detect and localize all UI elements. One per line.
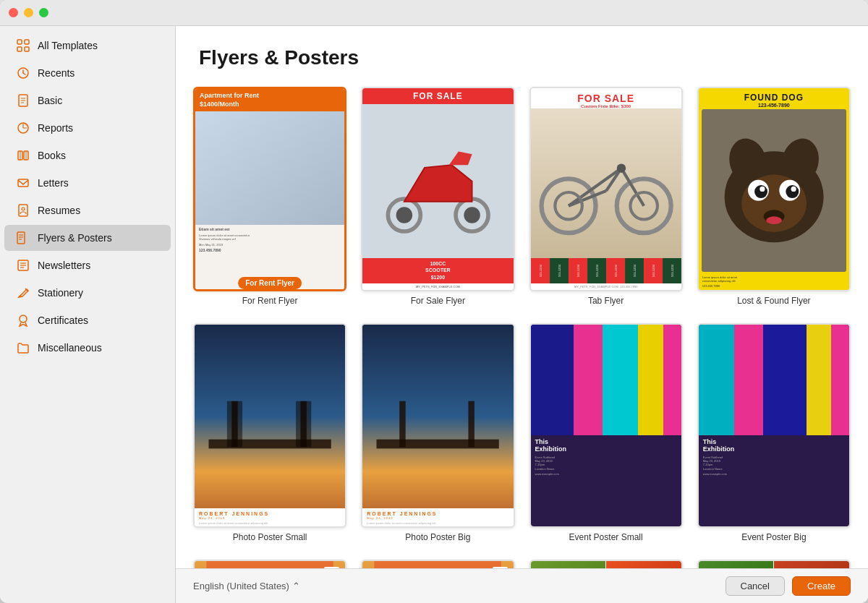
template-thumb-event-poster-big[interactable]: ThisExhibition Event Subhead May 23, 201…: [697, 323, 851, 528]
svg-point-55: [766, 217, 782, 225]
sidebar-label-books: Books: [38, 150, 66, 161]
title-bar: [0, 0, 868, 26]
reports-icon: [16, 121, 30, 135]
template-thumb-for-sale-flyer[interactable]: FOR SALE: [361, 87, 514, 291]
svg-rect-66: [206, 561, 333, 568]
language-label: English (United States): [193, 581, 289, 591]
sidebar-label-all-templates: All Templates: [38, 40, 98, 51]
content-area: Flyers & Posters Apartment for Rent$1400…: [176, 26, 868, 603]
template-thumb-science-fair-small[interactable]: Lorem Elementary Spring ScienceFair Lore…: [529, 560, 683, 568]
template-thumb-beach-party-small[interactable]: JULY 31: [193, 560, 346, 568]
template-label-event-poster-big: Event Poster Big: [741, 532, 806, 542]
sidebar-label-certificates: Certificates: [38, 315, 88, 326]
sidebar-label-recents: Recents: [38, 67, 75, 79]
cancel-button[interactable]: Cancel: [726, 576, 785, 596]
template-thumb-photo-poster-big[interactable]: ROBERT JENNINGS May 23, 2019 Lorem ipsum…: [361, 323, 514, 528]
svg-rect-63: [377, 440, 499, 449]
templates-scroll[interactable]: Apartment for Rent$1400/Month Etiam sit …: [176, 81, 868, 568]
create-button[interactable]: Create: [792, 576, 851, 596]
template-item-beach-party-small[interactable]: JULY 31: [193, 560, 346, 568]
svg-rect-60: [227, 401, 242, 447]
folder-icon: [16, 341, 30, 355]
template-item-photo-poster-big[interactable]: ROBERT JENNINGS May 23, 2019 Lorem ipsum…: [361, 323, 514, 542]
template-label-tab-flyer: Tab Flyer: [588, 296, 624, 306]
sidebar-label-miscellaneous: Miscellaneous: [38, 342, 102, 354]
sidebar-label-reports: Reports: [38, 122, 73, 134]
sidebar-label-flyers-posters: Flyers & Posters: [38, 232, 112, 244]
template-thumb-photo-poster-small[interactable]: ROBERT JENNINGS May 23, 2019 Lorem ipsum…: [193, 323, 346, 528]
template-thumb-for-rent-flyer[interactable]: Apartment for Rent$1400/Month Etiam sit …: [193, 87, 346, 291]
template-thumb-tab-flyer[interactable]: FOR SALE Custom Fixie Bike: $300: [529, 87, 683, 291]
svg-rect-64: [399, 401, 405, 447]
sidebar-item-books[interactable]: Books: [4, 142, 171, 168]
svg-point-34: [464, 207, 480, 223]
sidebar-label-newsletters: Newsletters: [38, 260, 90, 271]
sale-white-text: MY_PETS_FOR_EXAMPLE.COM: [362, 283, 513, 290]
sidebar-item-letters[interactable]: Letters: [4, 170, 171, 196]
sidebar-item-flyers-posters[interactable]: Flyers & Posters: [4, 225, 171, 251]
footer-buttons: Cancel Create: [726, 576, 851, 596]
template-item-photo-poster-small[interactable]: ROBERT JENNINGS May 23, 2019 Lorem ipsum…: [193, 323, 346, 542]
template-item-lost-found-flyer[interactable]: FOUND DOG 123-456-7890: [697, 87, 851, 306]
svg-point-53: [791, 187, 796, 192]
svg-rect-0: [17, 40, 22, 44]
svg-point-41: [616, 163, 625, 172]
close-button[interactable]: [9, 8, 18, 17]
page-title: Flyers & Posters: [199, 46, 845, 69]
template-item-tab-flyer[interactable]: FOR SALE Custom Fixie Bike: $300: [529, 87, 683, 306]
rent-header: Apartment for Rent$1400/Month: [195, 89, 344, 111]
template-item-for-sale-flyer[interactable]: FOR SALE: [361, 87, 514, 306]
sidebar-item-recents[interactable]: Recents: [4, 60, 171, 86]
sidebar-item-newsletters[interactable]: Newsletters: [4, 252, 171, 278]
language-selector[interactable]: English (United States) ⌃: [193, 581, 300, 591]
maximize-button[interactable]: [39, 8, 48, 17]
megaphone-icon: [16, 231, 30, 245]
template-thumb-lost-found-flyer[interactable]: FOUND DOG 123-456-7890: [697, 87, 851, 291]
template-item-event-poster-big[interactable]: ThisExhibition Event Subhead May 23, 201…: [697, 323, 851, 542]
svg-rect-2: [17, 47, 22, 51]
svg-point-33: [396, 207, 412, 223]
template-label-for-rent-flyer: For Rent Flyer: [242, 296, 298, 306]
sale-header: FOR SALE: [362, 88, 513, 104]
templates-grid: Apartment for Rent$1400/Month Etiam sit …: [193, 87, 851, 568]
clock-icon: [16, 66, 30, 80]
template-item-beach-party-big[interactable]: JULY 31: [361, 560, 514, 568]
template-item-science-fair-small[interactable]: Lorem Elementary Spring ScienceFair Lore…: [529, 560, 683, 568]
award-icon: [16, 313, 30, 328]
content-header: Flyers & Posters: [176, 26, 868, 81]
template-label-event-poster-small: Event Poster Small: [569, 532, 643, 542]
rent-badge: For Rent Flyer: [238, 277, 302, 289]
template-thumb-event-poster-small[interactable]: ThisExhibition Event Subhead May 23, 201…: [529, 323, 683, 528]
svg-rect-61: [296, 401, 311, 447]
template-thumb-science-fair-big[interactable]: Lorem Elementary Spring ScienceFair Lore…: [697, 560, 851, 568]
svg-point-18: [22, 208, 25, 210]
sidebar-label-letters: Letters: [38, 177, 69, 189]
svg-point-30: [20, 315, 27, 322]
sidebar-item-reports[interactable]: Reports: [4, 115, 171, 141]
sidebar-item-basic[interactable]: Basic: [4, 87, 171, 114]
svg-rect-65: [469, 401, 475, 447]
doc-icon: [16, 93, 30, 108]
template-item-science-fair-big[interactable]: Lorem Elementary Spring ScienceFair Lore…: [697, 560, 851, 568]
books-icon: [16, 148, 30, 163]
sidebar-item-miscellaneous[interactable]: Miscellaneous: [4, 335, 171, 361]
template-thumb-beach-party-big[interactable]: JULY 31: [361, 560, 514, 568]
minimize-button[interactable]: [24, 8, 33, 17]
sidebar: All Templates Recents: [0, 26, 176, 603]
sidebar-item-resumes[interactable]: Resumes: [4, 197, 171, 223]
svg-rect-56: [195, 325, 345, 508]
sidebar-item-all-templates[interactable]: All Templates: [4, 33, 171, 59]
template-item-event-poster-small[interactable]: ThisExhibition Event Subhead May 23, 201…: [529, 323, 683, 542]
sidebar-item-certificates[interactable]: Certificates: [4, 307, 171, 333]
sidebar-item-stationery[interactable]: Stationery: [4, 280, 171, 306]
svg-point-52: [760, 187, 765, 192]
resumes-icon: [16, 203, 30, 218]
template-label-photo-poster-big: Photo Poster Big: [405, 532, 470, 542]
footer: English (United States) ⌃ Cancel Create: [176, 568, 868, 603]
envelope-icon: [16, 176, 30, 190]
svg-rect-57: [208, 440, 331, 449]
svg-rect-62: [362, 325, 513, 508]
sidebar-label-stationery: Stationery: [38, 287, 83, 299]
template-item-for-rent-flyer[interactable]: Apartment for Rent$1400/Month Etiam sit …: [193, 87, 346, 306]
template-label-for-sale-flyer: For Sale Flyer: [411, 296, 465, 306]
